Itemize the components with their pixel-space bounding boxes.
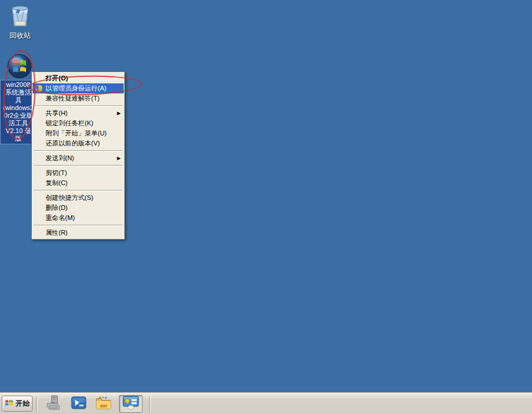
menu-separator <box>34 165 122 166</box>
menu-item-label: 共享(H) <box>46 109 67 117</box>
menu-item-label: 以管理员身份运行(A) <box>46 85 107 92</box>
label-line: 活工具 <box>1 119 36 127</box>
menu-item-open[interactable]: 打开(O) <box>33 73 124 83</box>
desktop: { "desktop": { "background_color": "#3B6… <box>0 0 532 414</box>
server-manager-icon <box>46 395 62 413</box>
label-line: 版 <box>1 135 36 143</box>
menu-separator <box>34 150 122 151</box>
menu-item-create-shortcut[interactable]: 创建快捷方式(S) <box>33 193 124 203</box>
submenu-arrow-icon: ▶ <box>117 153 121 163</box>
label-line: V2.10 最 <box>1 127 36 135</box>
menu-separator <box>34 190 122 191</box>
submenu-arrow-icon: ▶ <box>117 108 121 118</box>
menu-separator <box>34 105 122 106</box>
activation-tool-label[interactable]: win2008 系统激活 具 (windows2 0r2企业版 活工具 V2.1… <box>1 80 36 144</box>
menu-item-pin-start[interactable]: 附到「开始」菜单(U) <box>33 128 124 138</box>
context-menu: 打开(O) 以管理员身份运行(A) 兼容性疑难解答(T) 共享(H) ▶ 锁定到… <box>31 72 125 240</box>
menu-item-cut[interactable]: 剪切(T) <box>33 168 124 178</box>
recycle-bin-icon[interactable]: 回收站 <box>5 4 36 41</box>
menu-item-compatibility[interactable]: 兼容性疑难解答(T) <box>33 93 124 104</box>
explorer-button[interactable] <box>94 396 113 412</box>
menu-item-share[interactable]: 共享(H) ▶ <box>33 108 124 118</box>
label-line: (windows2 <box>1 104 36 112</box>
taskbar-divider <box>36 396 38 412</box>
activation-window-icon <box>122 395 140 413</box>
activation-window-button[interactable] <box>119 395 143 413</box>
activation-tool-icon[interactable] <box>6 53 33 82</box>
menu-item-rename[interactable]: 重命名(M) <box>33 213 124 223</box>
menu-item-label: 发送到(N) <box>46 154 74 161</box>
menu-item-restore-versions[interactable]: 还原以前的版本(V) <box>33 138 124 148</box>
menu-item-delete[interactable]: 删除(D) <box>33 203 124 213</box>
menu-item-send-to[interactable]: 发送到(N) ▶ <box>33 153 124 163</box>
start-button[interactable]: 开始 <box>2 396 33 412</box>
label-line: 具 <box>1 96 36 104</box>
menu-item-properties[interactable]: 属性(R) <box>33 228 124 238</box>
menu-item-pin-taskbar[interactable]: 锁定到任务栏(K) <box>33 118 124 128</box>
taskbar-divider <box>149 396 151 412</box>
menu-item-copy[interactable]: 复制(C) <box>33 178 124 188</box>
recycle-bin-glyph <box>9 19 31 29</box>
taskbar: 开始 <box>0 393 532 414</box>
powershell-button[interactable] <box>69 396 88 412</box>
label-line: 系统激活 <box>1 89 36 96</box>
windows-flag-icon <box>5 399 14 409</box>
menu-separator <box>34 225 122 226</box>
windows-orb-icon <box>7 71 33 81</box>
label-line: 0r2企业版 <box>1 112 36 119</box>
menu-item-run-as-admin[interactable]: 以管理员身份运行(A) <box>33 83 124 93</box>
label-line: win2008 <box>1 81 36 89</box>
powershell-icon <box>71 395 86 413</box>
server-manager-button[interactable] <box>44 396 63 412</box>
start-button-label: 开始 <box>15 399 30 409</box>
folder-icon <box>95 395 112 413</box>
recycle-bin-label: 回收站 <box>5 31 36 41</box>
